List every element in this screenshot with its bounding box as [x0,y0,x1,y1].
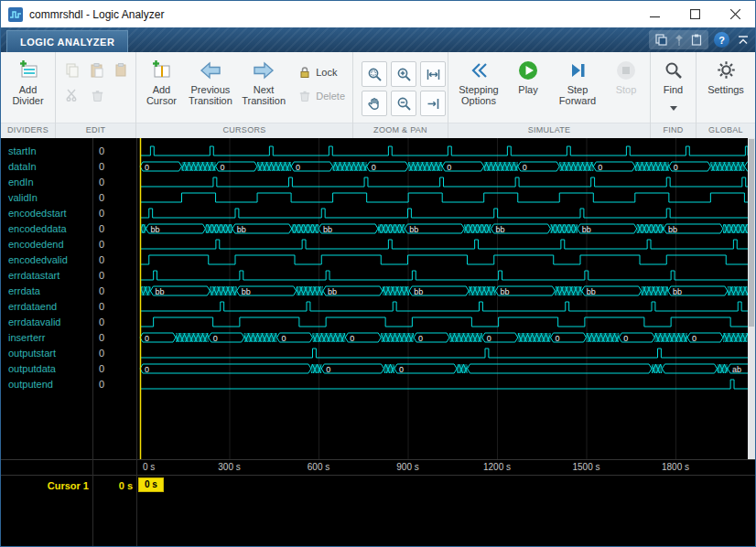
paste-icon[interactable] [88,61,106,80]
signal-name[interactable]: encodeddata [1,221,92,237]
clipboard-icon[interactable] [691,34,702,46]
bus-value-label: bb [414,287,423,296]
waveform-row-errdatastart[interactable] [140,271,748,280]
zoom-region-button[interactable] [362,61,387,87]
zoom-in-button[interactable] [391,61,416,87]
signal-name[interactable]: outputend [1,377,92,392]
fit-to-view-button[interactable] [420,61,446,87]
next-transition-button[interactable]: Next Transition [237,54,290,121]
waveform-row-endIn[interactable] [140,177,748,187]
waveform-row-encodedvalid[interactable] [140,255,748,264]
zoom-x-icon [426,96,441,112]
play-button[interactable]: Play [506,54,550,121]
waveform-row-encodedend[interactable] [140,240,748,249]
signal-name[interactable]: encodedstart [1,206,92,221]
stop-label: Stop [616,84,637,95]
copy-icon[interactable] [63,61,81,80]
zoom-out-icon [396,96,412,112]
find-icon [664,58,683,82]
minimize-button[interactable] [634,1,675,27]
delete-edit-icon[interactable] [88,86,106,104]
signal-name[interactable]: outputstart [1,346,92,361]
cursor-flag[interactable]: 0 s [138,477,164,492]
settings-button[interactable]: Settings [699,54,752,121]
step-forward-label: Step Forward [551,84,604,106]
play-icon [517,58,539,82]
time-tick-label: 0 s [143,462,155,472]
waveform-row-outputstart[interactable] [140,349,748,358]
pan-button[interactable] [362,91,387,116]
signal-value: 0 [92,330,136,346]
zoom-out-button[interactable] [391,91,416,116]
bus-value-label: 0 [623,334,628,343]
waveform-row-encodedstart[interactable] [140,209,748,218]
toolbar-section-cursors: Add Cursor Previous Transition Next Tran… [136,52,353,138]
waveform-canvas[interactable]: 00000000bbbbbbbbbbbbbbbbbbbbbbbbbbbb0000… [136,138,750,459]
section-label-cursors: CURSORS [136,123,352,138]
signal-value: 0 [92,346,136,361]
signal-name[interactable]: inserterr [1,330,92,346]
tab-logic-analyzer[interactable]: LOGIC ANALYZER [6,30,128,52]
signal-value: 0 [92,221,136,237]
cursor-label[interactable]: Cursor 1 [1,480,89,491]
find-button[interactable]: Find [653,54,693,121]
bus-value-label: bb [673,287,682,296]
delete-cursor-button[interactable]: Delete [294,87,350,105]
paste-special-icon[interactable] [113,61,131,80]
signal-name[interactable]: errdatastart [1,268,92,284]
signal-name[interactable]: validIn [1,190,92,206]
signal-name[interactable]: outputdata [1,361,92,377]
bus-value-label: bb [155,287,164,296]
signal-name[interactable]: errdataend [1,299,92,315]
section-label-edit: EDIT [56,123,135,138]
signal-name[interactable]: startIn [1,144,92,159]
bus-value-label: 0 [487,334,491,343]
signal-value: 0 [92,252,136,268]
waveform-row-startIn[interactable] [140,146,748,156]
signal-name[interactable]: errdatavalid [1,315,92,330]
waveform-row-outputend[interactable] [140,380,748,389]
signal-value-column: 0000000000000000 [92,138,136,459]
section-label-simulate: SIMULATE [448,123,650,138]
signal-name[interactable]: dataIn [1,159,92,175]
waveform-row-validIn[interactable] [140,193,748,202]
bus-value-label: 0 [399,365,404,374]
signal-name[interactable]: encodedvalid [1,252,92,268]
bus-value-label: bb [323,225,332,234]
signal-value: 0 [92,206,136,221]
waveform-row-errdatavalid[interactable] [140,317,748,327]
copy-view-icon[interactable] [655,34,667,46]
lock-cursor-button[interactable]: Lock [294,63,350,81]
maximize-button[interactable] [675,1,715,27]
waveform-row-errdata[interactable]: bbbbbbbbbbbbbb [140,286,748,296]
stop-button[interactable]: Stop [605,54,647,121]
close-button[interactable] [715,1,755,27]
scrollbar-thumb[interactable] [749,139,754,327]
waveform-row-inserterr[interactable]: 000000000 [140,333,748,343]
waveform-row-outputdata[interactable]: 000ab [140,364,748,374]
help-button[interactable]: ? [714,32,729,48]
add-divider-button[interactable]: Add Divider [4,54,52,121]
signal-name[interactable]: encodedend [1,237,92,252]
signal-name[interactable]: endIn [1,175,92,190]
previous-transition-button[interactable]: Previous Transition [184,54,237,121]
bus-value-label: bb [587,287,596,296]
lock-icon [298,66,311,79]
vertical-scrollbar[interactable] [748,138,755,459]
toolbar-section-zoom-pan: ZOOM & PAN [353,52,448,138]
stepping-options-button[interactable]: Stepping Options [451,54,506,121]
add-cursor-button[interactable]: Add Cursor [139,54,184,121]
bus-value-label: 0 [692,334,697,343]
step-forward-button[interactable]: Step Forward [550,54,605,121]
play-label: Play [518,84,537,95]
section-label-dividers: DIVIDERS [1,123,55,138]
zoom-x-button[interactable] [420,91,446,116]
settings-gear-icon [717,58,736,82]
waveform-row-dataIn[interactable]: 00000000 [140,162,748,172]
pin-icon[interactable] [674,34,685,46]
waveform-row-errdataend[interactable] [140,302,748,311]
cut-icon[interactable] [63,86,81,104]
collapse-ribbon-button[interactable] [735,32,751,48]
signal-name[interactable]: errdata [1,284,92,299]
waveform-row-encodeddata[interactable]: bbbbbbbbbbbbbb [140,224,748,234]
